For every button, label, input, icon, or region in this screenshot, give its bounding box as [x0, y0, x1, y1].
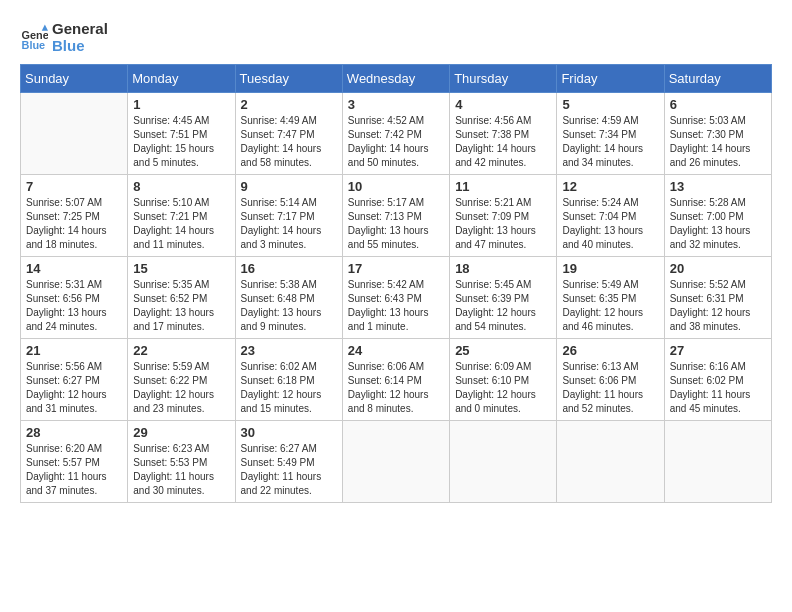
day-number: 23	[241, 343, 337, 358]
day-number: 13	[670, 179, 766, 194]
calendar-cell	[557, 421, 664, 503]
calendar-cell: 10Sunrise: 5:17 AM Sunset: 7:13 PM Dayli…	[342, 175, 449, 257]
day-info: Sunrise: 4:49 AM Sunset: 7:47 PM Dayligh…	[241, 114, 337, 170]
calendar-table: SundayMondayTuesdayWednesdayThursdayFrid…	[20, 64, 772, 503]
day-info: Sunrise: 6:20 AM Sunset: 5:57 PM Dayligh…	[26, 442, 122, 498]
calendar-cell: 20Sunrise: 5:52 AM Sunset: 6:31 PM Dayli…	[664, 257, 771, 339]
day-info: Sunrise: 4:45 AM Sunset: 7:51 PM Dayligh…	[133, 114, 229, 170]
header-thursday: Thursday	[450, 65, 557, 93]
day-number: 27	[670, 343, 766, 358]
day-info: Sunrise: 6:09 AM Sunset: 6:10 PM Dayligh…	[455, 360, 551, 416]
day-number: 24	[348, 343, 444, 358]
calendar-cell: 3Sunrise: 4:52 AM Sunset: 7:42 PM Daylig…	[342, 93, 449, 175]
calendar-cell	[664, 421, 771, 503]
calendar-cell: 21Sunrise: 5:56 AM Sunset: 6:27 PM Dayli…	[21, 339, 128, 421]
day-number: 9	[241, 179, 337, 194]
day-number: 8	[133, 179, 229, 194]
day-info: Sunrise: 5:42 AM Sunset: 6:43 PM Dayligh…	[348, 278, 444, 334]
calendar-cell: 14Sunrise: 5:31 AM Sunset: 6:56 PM Dayli…	[21, 257, 128, 339]
day-info: Sunrise: 6:02 AM Sunset: 6:18 PM Dayligh…	[241, 360, 337, 416]
day-number: 22	[133, 343, 229, 358]
weekday-header-row: SundayMondayTuesdayWednesdayThursdayFrid…	[21, 65, 772, 93]
day-number: 15	[133, 261, 229, 276]
day-number: 30	[241, 425, 337, 440]
day-info: Sunrise: 4:52 AM Sunset: 7:42 PM Dayligh…	[348, 114, 444, 170]
logo-general: General	[52, 20, 108, 37]
calendar-cell: 5Sunrise: 4:59 AM Sunset: 7:34 PM Daylig…	[557, 93, 664, 175]
day-info: Sunrise: 5:56 AM Sunset: 6:27 PM Dayligh…	[26, 360, 122, 416]
day-number: 7	[26, 179, 122, 194]
day-info: Sunrise: 6:27 AM Sunset: 5:49 PM Dayligh…	[241, 442, 337, 498]
header-wednesday: Wednesday	[342, 65, 449, 93]
svg-marker-2	[42, 25, 48, 31]
header-tuesday: Tuesday	[235, 65, 342, 93]
calendar-cell: 23Sunrise: 6:02 AM Sunset: 6:18 PM Dayli…	[235, 339, 342, 421]
day-info: Sunrise: 5:07 AM Sunset: 7:25 PM Dayligh…	[26, 196, 122, 252]
calendar-cell: 1Sunrise: 4:45 AM Sunset: 7:51 PM Daylig…	[128, 93, 235, 175]
calendar-cell: 18Sunrise: 5:45 AM Sunset: 6:39 PM Dayli…	[450, 257, 557, 339]
calendar-cell: 2Sunrise: 4:49 AM Sunset: 7:47 PM Daylig…	[235, 93, 342, 175]
day-number: 11	[455, 179, 551, 194]
calendar-cell: 24Sunrise: 6:06 AM Sunset: 6:14 PM Dayli…	[342, 339, 449, 421]
week-row-4: 21Sunrise: 5:56 AM Sunset: 6:27 PM Dayli…	[21, 339, 772, 421]
day-info: Sunrise: 5:14 AM Sunset: 7:17 PM Dayligh…	[241, 196, 337, 252]
day-info: Sunrise: 6:23 AM Sunset: 5:53 PM Dayligh…	[133, 442, 229, 498]
header-friday: Friday	[557, 65, 664, 93]
day-info: Sunrise: 5:21 AM Sunset: 7:09 PM Dayligh…	[455, 196, 551, 252]
header-sunday: Sunday	[21, 65, 128, 93]
calendar-cell: 16Sunrise: 5:38 AM Sunset: 6:48 PM Dayli…	[235, 257, 342, 339]
day-info: Sunrise: 5:38 AM Sunset: 6:48 PM Dayligh…	[241, 278, 337, 334]
calendar-cell: 30Sunrise: 6:27 AM Sunset: 5:49 PM Dayli…	[235, 421, 342, 503]
day-number: 4	[455, 97, 551, 112]
calendar-cell: 11Sunrise: 5:21 AM Sunset: 7:09 PM Dayli…	[450, 175, 557, 257]
svg-text:Blue: Blue	[22, 39, 46, 51]
day-info: Sunrise: 4:56 AM Sunset: 7:38 PM Dayligh…	[455, 114, 551, 170]
day-number: 5	[562, 97, 658, 112]
day-number: 10	[348, 179, 444, 194]
calendar-cell: 13Sunrise: 5:28 AM Sunset: 7:00 PM Dayli…	[664, 175, 771, 257]
day-number: 21	[26, 343, 122, 358]
day-number: 6	[670, 97, 766, 112]
day-info: Sunrise: 5:52 AM Sunset: 6:31 PM Dayligh…	[670, 278, 766, 334]
day-info: Sunrise: 5:35 AM Sunset: 6:52 PM Dayligh…	[133, 278, 229, 334]
day-number: 26	[562, 343, 658, 358]
day-number: 3	[348, 97, 444, 112]
day-number: 12	[562, 179, 658, 194]
calendar-cell: 7Sunrise: 5:07 AM Sunset: 7:25 PM Daylig…	[21, 175, 128, 257]
calendar-cell: 22Sunrise: 5:59 AM Sunset: 6:22 PM Dayli…	[128, 339, 235, 421]
day-number: 28	[26, 425, 122, 440]
calendar-cell: 19Sunrise: 5:49 AM Sunset: 6:35 PM Dayli…	[557, 257, 664, 339]
day-info: Sunrise: 5:10 AM Sunset: 7:21 PM Dayligh…	[133, 196, 229, 252]
day-info: Sunrise: 5:24 AM Sunset: 7:04 PM Dayligh…	[562, 196, 658, 252]
header-monday: Monday	[128, 65, 235, 93]
day-number: 16	[241, 261, 337, 276]
calendar-cell: 28Sunrise: 6:20 AM Sunset: 5:57 PM Dayli…	[21, 421, 128, 503]
week-row-1: 1Sunrise: 4:45 AM Sunset: 7:51 PM Daylig…	[21, 93, 772, 175]
day-number: 19	[562, 261, 658, 276]
logo-blue: Blue	[52, 37, 108, 54]
calendar-cell: 17Sunrise: 5:42 AM Sunset: 6:43 PM Dayli…	[342, 257, 449, 339]
day-number: 25	[455, 343, 551, 358]
calendar-cell: 8Sunrise: 5:10 AM Sunset: 7:21 PM Daylig…	[128, 175, 235, 257]
calendar-cell	[342, 421, 449, 503]
day-number: 14	[26, 261, 122, 276]
page-header: General Blue General Blue	[20, 20, 772, 54]
day-number: 17	[348, 261, 444, 276]
week-row-5: 28Sunrise: 6:20 AM Sunset: 5:57 PM Dayli…	[21, 421, 772, 503]
day-info: Sunrise: 4:59 AM Sunset: 7:34 PM Dayligh…	[562, 114, 658, 170]
calendar-cell: 15Sunrise: 5:35 AM Sunset: 6:52 PM Dayli…	[128, 257, 235, 339]
calendar-cell: 6Sunrise: 5:03 AM Sunset: 7:30 PM Daylig…	[664, 93, 771, 175]
calendar-cell	[450, 421, 557, 503]
day-info: Sunrise: 6:13 AM Sunset: 6:06 PM Dayligh…	[562, 360, 658, 416]
day-info: Sunrise: 5:45 AM Sunset: 6:39 PM Dayligh…	[455, 278, 551, 334]
day-info: Sunrise: 5:17 AM Sunset: 7:13 PM Dayligh…	[348, 196, 444, 252]
day-info: Sunrise: 5:28 AM Sunset: 7:00 PM Dayligh…	[670, 196, 766, 252]
logo: General Blue General Blue	[20, 20, 108, 54]
calendar-cell: 25Sunrise: 6:09 AM Sunset: 6:10 PM Dayli…	[450, 339, 557, 421]
day-number: 20	[670, 261, 766, 276]
week-row-3: 14Sunrise: 5:31 AM Sunset: 6:56 PM Dayli…	[21, 257, 772, 339]
day-number: 18	[455, 261, 551, 276]
day-info: Sunrise: 5:31 AM Sunset: 6:56 PM Dayligh…	[26, 278, 122, 334]
week-row-2: 7Sunrise: 5:07 AM Sunset: 7:25 PM Daylig…	[21, 175, 772, 257]
day-number: 1	[133, 97, 229, 112]
